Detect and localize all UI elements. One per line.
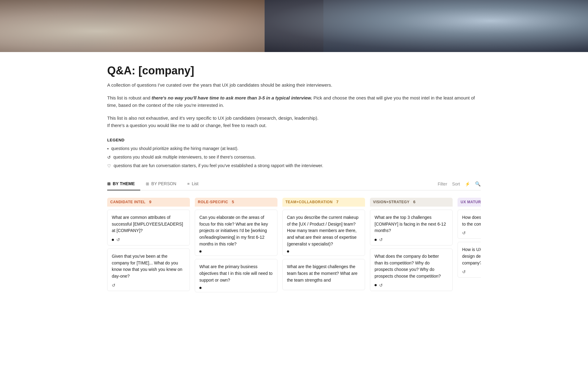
- tab-by-person[interactable]: ⊞ BY PERSON: [146, 178, 182, 190]
- card-icons-ux-2: ↺: [462, 269, 481, 274]
- grid-icon-person: ⊞: [146, 182, 149, 186]
- multi-refresh-icon-2: ↺: [112, 283, 115, 288]
- column-ux-maturity: UX MATURITY 10 How does UX contribute st…: [458, 198, 481, 295]
- multi-refresh-icon: ↺: [116, 237, 120, 242]
- card-ux-1: How does UX contribute strategically to …: [458, 210, 481, 239]
- priority-dot-icon-role-2: [199, 287, 202, 289]
- column-header-vision: VISION+STRATEGY 6: [370, 198, 453, 207]
- card-ux-2: How is UX perceived by other non-design …: [458, 242, 481, 278]
- card-icons-2: ↺: [112, 283, 185, 288]
- card-icons-role-2: [199, 287, 273, 289]
- legend-title: LEGEND: [107, 138, 481, 142]
- intro-text: A collection of questions I've curated o…: [107, 81, 481, 89]
- priority-dot-icon-vision: [375, 239, 377, 241]
- legend-section: LEGEND • questions you should prioritize…: [107, 138, 481, 169]
- card-icons-team-1: [287, 250, 360, 253]
- priority-dot-icon-role: [199, 250, 202, 253]
- list-icon: ≡: [187, 182, 190, 186]
- column-header-candidate: CANDIDATE INTEL 9: [107, 198, 190, 207]
- column-vision-strategy: VISION+STRATEGY 6 What are the top 3 cha…: [370, 198, 453, 295]
- sort-button[interactable]: Sort: [452, 182, 460, 186]
- card-icons-role-1: [199, 250, 273, 253]
- tab-by-theme[interactable]: ⊞ BY THEME: [107, 178, 140, 190]
- kanban-board: CANDIDATE INTEL 9 What are common attrib…: [107, 198, 481, 301]
- column-header-team: TEAM+COLLABORATION 7: [282, 198, 365, 207]
- legend-item-dot: • questions you should prioritize asking…: [107, 145, 481, 152]
- card-icons-1: ↺: [112, 237, 185, 242]
- column-role-specific: ROLE-SPECIFIC 5 Can you elaborate on the…: [195, 198, 277, 295]
- hero-image: [0, 0, 588, 52]
- multi-refresh-icon-ux-1: ↺: [462, 230, 466, 235]
- tabs-bar: ⊞ BY THEME ⊞ BY PERSON ≡ List Filter Sor…: [107, 178, 481, 190]
- card-role-2: What are the primary business objectives…: [195, 259, 277, 292]
- grid-icon-theme: ⊞: [107, 182, 111, 186]
- priority-dot-icon: [112, 239, 114, 241]
- body-text-2: This list is also not exhaustive, and it…: [107, 114, 481, 129]
- card-candidate-1: What are common attributes of successful…: [107, 210, 190, 245]
- column-candidate-intel: CANDIDATE INTEL 9 What are common attrib…: [107, 198, 190, 295]
- page-title: Q&A: [company]: [107, 64, 481, 77]
- body-text-1: This list is robust and there's no way y…: [107, 94, 481, 109]
- card-team-2: What are the biggest challenges the team…: [282, 259, 365, 290]
- tab-list[interactable]: ≡ List: [187, 178, 204, 190]
- refresh-icon: ↺: [107, 154, 111, 161]
- legend-item-heart: ♡ questions that are fun conversation st…: [107, 163, 481, 169]
- card-role-1: Can you elaborate on the areas of focus …: [195, 210, 277, 256]
- multi-refresh-icon-vision: ↺: [379, 237, 383, 242]
- lightning-icon[interactable]: ⚡: [465, 182, 470, 186]
- priority-dot-icon-team: [287, 250, 289, 253]
- card-icons-ux-1: ↺: [462, 230, 481, 235]
- card-icons-vision-2: ↺: [375, 283, 448, 288]
- search-icon[interactable]: 🔍: [475, 181, 481, 187]
- card-icons-vision-1: ↺: [375, 237, 448, 242]
- dot-icon: •: [107, 146, 109, 152]
- priority-dot-icon-vision-2: [375, 284, 377, 286]
- card-vision-2: What does the company do better than its…: [370, 249, 453, 291]
- card-candidate-2: Given that you've been at the company fo…: [107, 249, 190, 291]
- heart-icon: ♡: [107, 163, 111, 169]
- column-team-collaboration: TEAM+COLLABORATION 7 Can you describe th…: [282, 198, 365, 295]
- card-vision-1: What are the top 3 challenges [COMPANY] …: [370, 210, 453, 245]
- column-header-role: ROLE-SPECIFIC 5: [195, 198, 277, 207]
- legend-item-refresh: ↺ questions you should ask multiple inte…: [107, 154, 481, 161]
- card-team-1: Can you describe the current makeup of t…: [282, 210, 365, 256]
- toolbar-right: Filter Sort ⚡ 🔍: [438, 181, 481, 187]
- multi-refresh-icon-vision-2: ↺: [379, 283, 383, 288]
- column-header-ux: UX MATURITY 10: [458, 198, 481, 207]
- tabs-left: ⊞ BY THEME ⊞ BY PERSON ≡ List: [107, 178, 209, 190]
- filter-button[interactable]: Filter: [438, 182, 447, 186]
- multi-refresh-icon-ux-2: ↺: [462, 269, 466, 274]
